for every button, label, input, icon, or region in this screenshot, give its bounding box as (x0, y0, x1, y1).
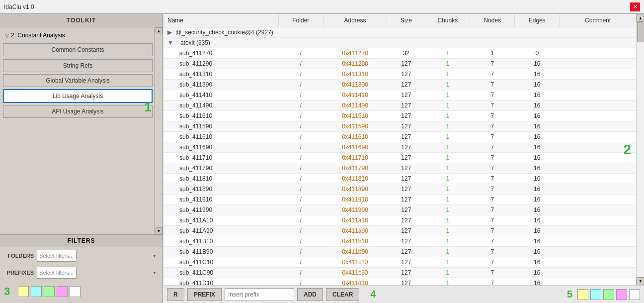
bottom-right-area: 5 (567, 289, 640, 300)
table-row[interactable]: sub_411410 / 0x411410 127 1 7 16 (163, 90, 636, 101)
table-row[interactable]: sub_411710 / 0x411710 127 1 7 16 (163, 153, 636, 163)
table-row[interactable]: sub_411890 / 0x411890 127 1 7 16 (163, 184, 636, 195)
bottom-chip-pink[interactable] (616, 289, 627, 300)
badge-3: 3 (4, 285, 10, 298)
col-size: Size (387, 14, 425, 27)
badge-1: 1 (145, 100, 152, 115)
tree-item-constant-analysis[interactable]: ▽ 2. Constant Analysis (3, 30, 153, 40)
prefixes-filter-row: PREFIXES Select filters... (0, 264, 162, 281)
color-chip-yellow[interactable] (18, 286, 29, 297)
folders-filter-row: FOLDERS Select filters... (0, 247, 162, 264)
folders-label: FOLDERS (4, 253, 34, 259)
group-arrow-icon: ▶ (167, 29, 172, 36)
group-name: @_security_check_cookie@4 (2927) (175, 29, 273, 36)
group-arrow-icon: ▼ (167, 39, 173, 46)
table-row[interactable]: sub_411810 / 0x411810 127 1 7 16 (163, 174, 636, 184)
folders-select[interactable]: Select filters... (37, 250, 77, 262)
table-row[interactable]: sub_411690 / 0x411690 127 1 7 16 (163, 142, 636, 153)
string-refs-button[interactable]: String Refs (3, 59, 153, 72)
table-row[interactable]: sub_411790 / 0x411790 127 1 7 16 (163, 163, 636, 174)
color-chip-cyan[interactable] (31, 286, 42, 297)
col-edges: Edges (515, 14, 560, 27)
clear-button[interactable]: CLEAR (326, 288, 359, 301)
table-row[interactable]: sub_411510 / 0x411510 127 1 7 16 (163, 111, 636, 121)
bottom-chip-yellow[interactable] (577, 289, 588, 300)
title-bar-text: IdaClu v1.0 (4, 3, 34, 10)
scroll-up-btn[interactable]: ▲ (637, 14, 644, 22)
table-row[interactable]: sub_411310 / 0x411310 127 1 7 16 (163, 69, 636, 80)
filters-header: FILTERS (0, 235, 162, 247)
table-row[interactable]: sub_411B10 / 0x411b10 127 1 7 16 (163, 236, 636, 247)
group-name: _atexit (335) (177, 39, 210, 46)
table-row[interactable]: sub_411A10 / 0x411a10 127 1 7 16 (163, 215, 636, 226)
table-row[interactable]: sub_411A90 / 0x411a90 127 1 7 16 (163, 226, 636, 236)
col-folder: Folder (278, 14, 323, 27)
r-button[interactable]: R (167, 288, 184, 301)
api-usage-button[interactable]: API Usage Analysis (3, 105, 153, 118)
table-row[interactable]: sub_411290 / 0x411290 127 1 7 16 (163, 59, 636, 69)
filters-section: FILTERS FOLDERS Select filters... PREFIX… (0, 234, 162, 303)
scroll-thumb[interactable] (637, 22, 644, 42)
title-bar: IdaClu v1.0 ✕ (0, 0, 644, 14)
table-row[interactable]: sub_411910 / 0x411910 127 1 7 16 (163, 195, 636, 205)
prefixes-select[interactable]: Select filters... (37, 267, 77, 279)
col-name: Name (163, 14, 278, 27)
bottom-chip-cyan[interactable] (590, 289, 601, 300)
col-chunks: Chunks (425, 14, 470, 27)
color-chip-pink[interactable] (57, 286, 68, 297)
left-color-chips (14, 283, 84, 300)
color-chip-green[interactable] (44, 286, 55, 297)
table-row[interactable]: sub_411D10 / 0x411d10 127 1 7 16 (163, 278, 636, 286)
table-row[interactable]: sub_411590 / 0x411590 127 1 7 16 (163, 121, 636, 132)
scroll-up-arrow[interactable]: ▲ (156, 27, 162, 34)
badge-5: 5 (567, 289, 572, 300)
col-nodes: Nodes (470, 14, 515, 27)
group-row[interactable]: ▼ _atexit (335) (163, 38, 636, 48)
scroll-down-btn[interactable]: ▼ (637, 277, 644, 285)
table-row[interactable]: sub_411990 / 0x411990 127 1 7 16 (163, 205, 636, 215)
right-panel: 2 Name Folder Address Size Chunks Nodes (163, 14, 644, 303)
col-address: Address (323, 14, 387, 27)
scroll-down-arrow[interactable]: ▼ (156, 227, 162, 234)
bottom-chip-white[interactable] (629, 289, 640, 300)
toolkit-header: TOOLKIT (0, 14, 162, 27)
table-row[interactable]: sub_411270 / 0x411270 32 1 1 0 (163, 48, 636, 59)
global-variable-button[interactable]: Global Variable Analysis (3, 74, 153, 87)
close-button[interactable]: ✕ (630, 2, 640, 11)
prefixes-label: PREFIXES (4, 270, 34, 276)
left-panel: TOOLKIT ▲ ▼ ▽ 2. Constant Analysis (0, 14, 163, 303)
table-container[interactable]: 2 Name Folder Address Size Chunks Nodes (163, 14, 644, 285)
add-button[interactable]: ADD (297, 288, 323, 301)
tree-arrow-icon: ▽ (5, 33, 9, 38)
table-row[interactable]: sub_411610 / 0x411610 127 1 7 16 (163, 132, 636, 142)
col-comment: Comment (560, 14, 636, 27)
main-table: Name Folder Address Size Chunks Nodes Ed… (163, 14, 636, 285)
bottom-toolbar: R PREFIX ADD CLEAR 4 5 (163, 285, 644, 303)
table-row[interactable]: sub_411390 / 0x411390 127 1 7 16 (163, 80, 636, 90)
lib-usage-button[interactable]: Lib Usage Analysis (3, 89, 153, 103)
table-row[interactable]: sub_411C10 / 0x411c10 127 1 7 16 (163, 257, 636, 268)
group-row[interactable]: ▶ @_security_check_cookie@4 (2927) (163, 27, 636, 38)
tree-item-label: 2. Constant Analysis (11, 32, 65, 39)
table-row[interactable]: sub_411B90 / 0x411b90 127 1 7 16 (163, 247, 636, 257)
common-constants-button[interactable]: Common Constants (3, 43, 153, 56)
badge-4: 4 (370, 289, 376, 300)
bottom-chip-green[interactable] (603, 289, 614, 300)
table-row[interactable]: sub_411C90 / 0x411c90 127 1 7 16 (163, 268, 636, 278)
prefix-button[interactable]: PREFIX (187, 288, 222, 301)
table-row[interactable]: sub_411490 / 0x411490 127 1 7 16 (163, 101, 636, 111)
color-chip-white[interactable] (70, 286, 80, 297)
prefix-input[interactable] (225, 288, 294, 301)
